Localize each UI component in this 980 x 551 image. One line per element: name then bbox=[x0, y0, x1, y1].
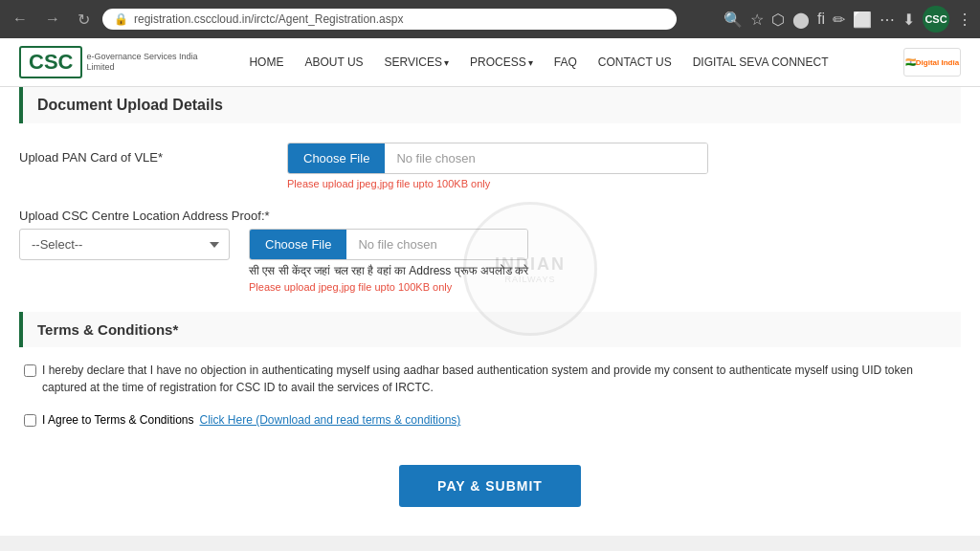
section-title: Document Upload Details bbox=[37, 97, 947, 114]
address-bar[interactable]: 🔒 registration.csccloud.in/irctc/Agent_R… bbox=[102, 9, 677, 30]
logo-csc: CSC bbox=[19, 46, 82, 78]
pan-card-control: Choose File No file chosen Please upload… bbox=[287, 143, 961, 189]
forward-button[interactable]: → bbox=[40, 9, 65, 30]
pan-card-label: Upload PAN Card of VLE* bbox=[19, 143, 268, 165]
section-header: Document Upload Details bbox=[19, 87, 961, 123]
nav-links: HOME ABOUT US SERVICES▾ PROCESS▾ FAQ CON… bbox=[239, 50, 884, 75]
terms-agree-checkbox[interactable] bbox=[24, 414, 36, 427]
menu-icon[interactable]: ⋮ bbox=[957, 11, 972, 29]
terms-title: Terms & Conditions* bbox=[37, 321, 947, 338]
csc-proof-choose-file-button[interactable]: Choose File bbox=[250, 230, 346, 259]
terms-download-link[interactable]: Click Here (Download and read terms & co… bbox=[200, 413, 461, 427]
terms-declaration-text: I hereby declare that I have no objectio… bbox=[42, 362, 956, 396]
url-text: registration.csccloud.in/irctc/Agent_Reg… bbox=[134, 12, 403, 26]
apps-icon[interactable]: ⋯ bbox=[880, 11, 895, 29]
download-icon[interactable]: ⬇ bbox=[902, 11, 915, 29]
pan-card-row: Upload PAN Card of VLE* Choose File No f… bbox=[19, 143, 961, 189]
browser-icons: 🔍 ☆ ⬡ ⬤ fi ✏ ⬜ ⋯ ⬇ CSC ⋮ bbox=[724, 6, 972, 33]
csc-proof-file-area: Choose File No file chosen सी एस सी केंद… bbox=[249, 229, 528, 293]
back-button[interactable]: ← bbox=[8, 9, 33, 30]
user-avatar[interactable]: CSC bbox=[923, 6, 949, 33]
csc-proof-file-name: No file chosen bbox=[346, 230, 527, 259]
csc-proof-controls: --Select-- Choose File No file chosen सी… bbox=[19, 229, 961, 293]
pen-icon[interactable]: ✏ bbox=[833, 11, 845, 29]
digital-india-logo: 🇮🇳 Digital India bbox=[903, 48, 961, 77]
services-arrow: ▾ bbox=[444, 57, 449, 68]
nav-about[interactable]: ABOUT US bbox=[295, 50, 372, 75]
csc-proof-hindi-hint: सी एस सी केंद्र जहां चल रहा है वहां का A… bbox=[249, 264, 528, 277]
lock-icon: 🔒 bbox=[114, 12, 128, 26]
refresh-button[interactable]: ↻ bbox=[73, 9, 95, 31]
nav-process[interactable]: PROCESS▾ bbox=[460, 50, 543, 75]
submit-area: PAY & SUBMIT bbox=[19, 446, 961, 526]
nav-home[interactable]: HOME bbox=[239, 50, 293, 75]
puzzle-icon[interactable]: ⬜ bbox=[853, 11, 872, 29]
csc-proof-file-input: Choose File No file chosen bbox=[249, 229, 528, 260]
star-icon[interactable]: ☆ bbox=[750, 11, 764, 29]
extension-icon[interactable]: ⬡ bbox=[771, 11, 785, 29]
terms-section: Terms & Conditions* I hereby declare tha… bbox=[19, 312, 961, 427]
browser-chrome: ← → ↻ 🔒 registration.csccloud.in/irctc/A… bbox=[0, 0, 980, 38]
pan-card-hint: Please upload jpeg,jpg file upto 100KB o… bbox=[287, 178, 961, 189]
content-area: INDIAN RAILWAYS Document Upload Details … bbox=[0, 87, 980, 536]
nav-services[interactable]: SERVICES▾ bbox=[375, 50, 458, 75]
page-wrapper: CSC e-Governance Services India Limited … bbox=[0, 38, 980, 536]
profile-icon[interactable]: ⬤ bbox=[792, 11, 810, 29]
terms-content: I hereby declare that I have no objectio… bbox=[19, 362, 961, 427]
search-icon[interactable]: 🔍 bbox=[724, 11, 743, 29]
terms-declaration-checkbox[interactable] bbox=[24, 364, 36, 377]
navbar: CSC e-Governance Services India Limited … bbox=[0, 38, 980, 87]
digital-seva-area: 🇮🇳 Digital India bbox=[903, 48, 961, 77]
nav-faq[interactable]: FAQ bbox=[545, 50, 587, 75]
csc-proof-row: Upload CSC Centre Location Address Proof… bbox=[19, 209, 961, 293]
logo-subtitle: e-Governance Services India Limited bbox=[86, 52, 201, 73]
terms-header: Terms & Conditions* bbox=[19, 312, 961, 347]
nav-contact[interactable]: CONTACT US bbox=[589, 50, 681, 75]
font-icon[interactable]: fi bbox=[817, 11, 825, 28]
terms-agree-label: I Agree to Terms & Conditions bbox=[42, 413, 194, 427]
nav-digital-seva[interactable]: DIGITAL SEVA CONNECT bbox=[683, 50, 838, 75]
logo-area: CSC e-Governance Services India Limited bbox=[19, 46, 201, 78]
csc-proof-label: Upload CSC Centre Location Address Proof… bbox=[19, 209, 961, 223]
csc-proof-select[interactable]: --Select-- bbox=[19, 229, 230, 260]
pan-card-choose-file-button[interactable]: Choose File bbox=[288, 143, 385, 173]
pay-submit-button[interactable]: PAY & SUBMIT bbox=[399, 465, 581, 507]
terms-agree-row: I Agree to Terms & Conditions Click Here… bbox=[24, 413, 956, 427]
csc-proof-hint: Please upload jpeg,jpg file upto 100KB o… bbox=[249, 281, 528, 293]
pan-card-file-input: Choose File No file chosen bbox=[287, 143, 708, 174]
pan-card-file-name: No file chosen bbox=[385, 143, 707, 173]
process-arrow: ▾ bbox=[528, 57, 533, 68]
